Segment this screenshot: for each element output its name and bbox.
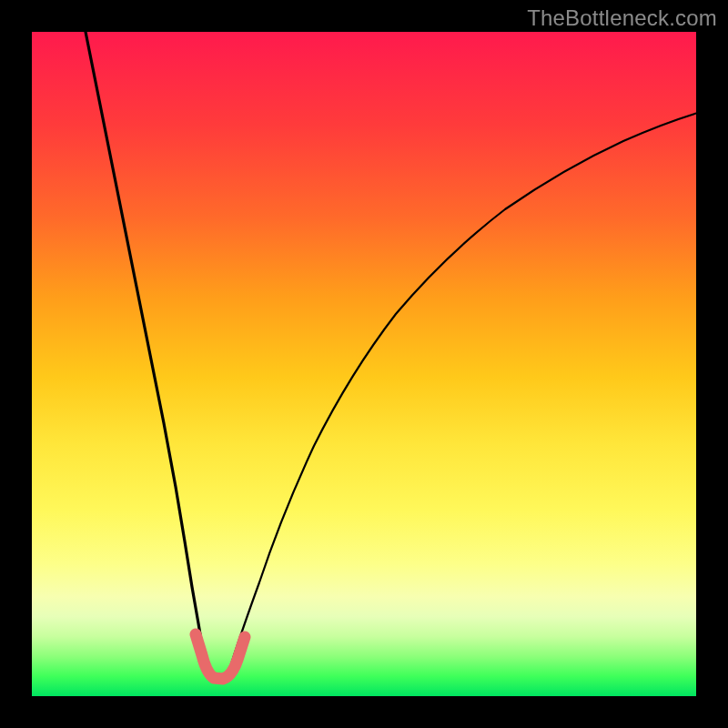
watermark-text: TheBottleneck.com bbox=[527, 5, 717, 31]
plot-area bbox=[32, 32, 696, 696]
curve-svg bbox=[32, 32, 696, 696]
chart-frame: TheBottleneck.com bbox=[0, 0, 728, 728]
highlight-optimum-segment bbox=[196, 634, 245, 679]
curve-left-branch bbox=[85, 27, 207, 667]
curve-right-branch bbox=[230, 112, 701, 667]
